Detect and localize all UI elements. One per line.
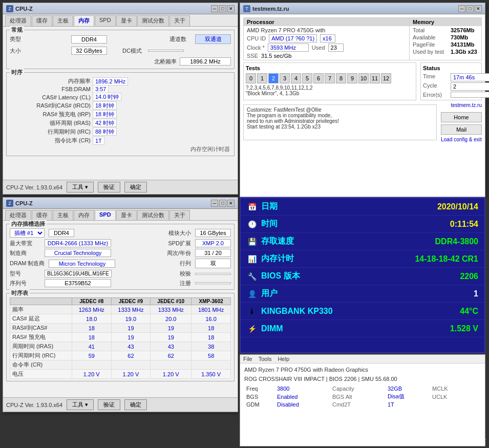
overlay-row: 👤用户1 <box>241 285 484 303</box>
th-xmp: XMP-3602 <box>192 298 231 305</box>
test-number-9[interactable]: 9 <box>347 73 357 83</box>
test-block: "Block Mirror", 4, 1.3Gb <box>246 91 414 96</box>
test-number-4[interactable]: 4 <box>291 73 301 83</box>
table-cell: 20.0 <box>151 314 192 324</box>
tab-bench-2[interactable]: 测试分数 <box>137 210 169 220</box>
test-number-5[interactable]: 5 <box>302 73 312 83</box>
cl-value: 14.0 时钟 <box>93 93 121 101</box>
test-number-6[interactable]: 6 <box>313 73 324 83</box>
sn-label: 序列号 <box>10 280 40 287</box>
tab-mainboard-1[interactable]: 主板 <box>53 15 73 26</box>
table-cell: 19 <box>111 324 151 333</box>
test-number-12[interactable]: 12 <box>381 73 391 83</box>
testmem-titlebar: T testmem.tz.ru ─ □ ✕ <box>240 3 485 14</box>
test-numbers-container: 0123456789101112 <box>246 73 414 83</box>
tools-btn-2[interactable]: 工具 ▾ <box>67 399 94 410</box>
close-btn-1[interactable]: ✕ <box>227 5 235 12</box>
reg-label: 注册 <box>180 280 191 287</box>
file-menu[interactable]: File <box>243 356 252 362</box>
close-btn-2[interactable]: ✕ <box>227 200 235 207</box>
help-menu[interactable]: Help <box>278 356 289 362</box>
tab-cache-1[interactable]: 缓存 <box>32 15 52 26</box>
tras-label: 循环周期 (tRAS) <box>10 119 92 127</box>
tab-gpu-1[interactable]: 显卡 <box>116 15 137 26</box>
tab-cache-2[interactable]: 缓存 <box>32 210 52 220</box>
tab-spd-1[interactable]: SPD <box>95 15 116 26</box>
max-bw-value: DDR4-2666 (1333 MHz) <box>45 239 111 247</box>
test-number-0[interactable]: 0 <box>246 73 256 83</box>
table-cell <box>72 360 111 370</box>
overlay-value: 2206 <box>460 272 478 281</box>
cycle-value: 2 <box>451 82 489 91</box>
verify-btn-2[interactable]: 验证 <box>98 399 120 410</box>
tab-about-1[interactable]: 关于 <box>169 15 190 26</box>
test-number-2[interactable]: 2 <box>268 73 279 83</box>
testmem-restore[interactable]: □ <box>466 5 474 12</box>
table-cell: 18 <box>192 333 231 342</box>
testmem-window: T testmem.tz.ru ─ □ ✕ Processor AMD Ryze… <box>240 3 485 197</box>
overlay-label: 存取速度 <box>261 236 435 247</box>
trcd-label: RAS#到CAS# (tRCD) <box>10 101 92 110</box>
table-cell: 19.0 <box>111 314 151 324</box>
tab-mainboard-2[interactable]: 主板 <box>53 210 73 220</box>
board-desc: ROG CROSSHAIR VIII IMPACT | BIOS 2206 | … <box>244 376 481 382</box>
errors-label: Error(s) <box>423 92 449 98</box>
tab-memory-2[interactable]: 内存 <box>74 210 94 220</box>
overlay-label: 内存计时 <box>261 253 415 264</box>
model-value: BL16G36C16U4BL.M16FE <box>45 270 112 278</box>
table-cell <box>151 360 192 370</box>
table-cell: 1263 MHz <box>72 305 111 314</box>
overlay-icon: 👤 <box>247 289 257 299</box>
test-number-11[interactable]: 11 <box>370 73 380 83</box>
table-cell <box>192 360 231 370</box>
message-box: Customize: FastMemTest @Ollie The progra… <box>243 104 437 140</box>
mfr-label: 制造商 <box>10 249 40 257</box>
table-cell: 41 <box>72 342 111 351</box>
time-label: Time <box>423 73 449 81</box>
home-btn[interactable]: Home <box>441 112 482 122</box>
restore-btn-1[interactable]: □ <box>219 5 226 12</box>
trp-label: RAS# 预充电 (tRP) <box>10 110 92 119</box>
tab-processor-1[interactable]: 处理器 <box>5 15 31 26</box>
tab-spd-2[interactable]: SPD <box>95 210 116 220</box>
testmem-close[interactable]: ✕ <box>475 5 482 12</box>
verify-btn-1[interactable]: 验证 <box>98 182 120 193</box>
check-label: 校验 <box>180 270 191 278</box>
test-number-8[interactable]: 8 <box>336 73 346 83</box>
restore-btn-2[interactable]: □ <box>219 200 226 207</box>
load-config-btn[interactable]: Load config & exit <box>441 137 482 142</box>
tools-btn-1[interactable]: 工具 ▾ <box>67 182 94 193</box>
overlay-icon: 💾 <box>247 237 257 247</box>
minimize-btn-1[interactable]: ─ <box>211 5 218 12</box>
test-number-10[interactable]: 10 <box>358 73 369 83</box>
cycle-label: Cycle <box>423 82 449 91</box>
overlay-icon: 📅 <box>247 202 257 212</box>
tab-memory-1[interactable]: 内存 <box>74 15 94 26</box>
test-number-1[interactable]: 1 <box>257 73 267 83</box>
ok-btn-1[interactable]: 确定 <box>124 182 147 193</box>
errors-value <box>451 92 489 98</box>
tools-menu[interactable]: Tools <box>259 356 272 362</box>
tab-processor-2[interactable]: 处理器 <box>5 210 31 220</box>
table-cell: 1333 MHz <box>111 305 151 314</box>
testmem-minimize[interactable]: ─ <box>458 5 465 12</box>
test-number-7[interactable]: 7 <box>325 73 335 83</box>
minimize-btn-2[interactable]: ─ <box>211 200 218 207</box>
timing-group: 时序 内存频率 1896.2 MHz FSB:DRAM 3:57 CAS# La… <box>6 72 235 156</box>
tab-bench-1[interactable]: 测试分数 <box>137 15 169 26</box>
tab-gpu-2[interactable]: 显卡 <box>116 210 137 220</box>
slot-select[interactable]: 插槽 #1 <box>10 228 45 238</box>
ok-btn-2[interactable]: 确定 <box>124 399 147 410</box>
site-link[interactable]: testmem.tz.ru <box>441 102 482 108</box>
test-number-3[interactable]: 3 <box>280 73 290 83</box>
tabs-bar-2: 处理器 缓存 主板 内存 SPD 显卡 测试分数 关于 <box>3 209 238 221</box>
table-cell: 1.20 V <box>111 370 151 379</box>
tab-about-2[interactable]: 关于 <box>169 210 190 220</box>
bottombar-2: CPU-Z Ver. 1.93.0.x64 工具 ▾ 验证 确定 <box>3 397 238 412</box>
freq-value-cell: 3800 <box>275 385 330 392</box>
check-value <box>195 273 231 275</box>
overlay-row: 🔧BIOS 版本2206 <box>241 268 484 285</box>
overlay-icon: 📊 <box>247 254 257 264</box>
mail-btn[interactable]: Mail <box>441 124 482 135</box>
app-icon-2: Z <box>6 200 13 207</box>
